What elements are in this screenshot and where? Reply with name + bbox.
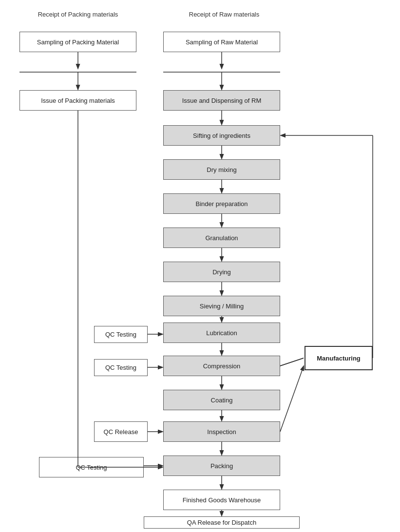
svg-line-32 (280, 358, 304, 366)
qc-testing-3-box: QC Testing (39, 457, 144, 477)
svg-line-31 (280, 366, 304, 432)
drying-box: Drying (163, 262, 280, 282)
qc-testing-1-box: QC Testing (94, 326, 148, 343)
svg-line-30 (280, 358, 304, 366)
binder-prep-box: Binder preparation (163, 193, 280, 214)
packing-box: Packing (163, 456, 280, 476)
qc-release-box: QC Release (94, 421, 148, 442)
inspection-box: Inspection (163, 421, 280, 442)
manufacturing-box: Manufacturing (305, 346, 373, 370)
coating-box: Coating (163, 390, 280, 410)
dry-mixing-box: Dry mixing (163, 159, 280, 180)
sieving-box: Sieving / Milling (163, 296, 280, 316)
sampling-packing-box: Sampling of Packing Material (19, 32, 136, 52)
issue-packing-box: Issue of Packing materials (19, 90, 136, 111)
sampling-raw-box: Sampling of Raw Material (163, 32, 280, 52)
finished-goods-box: Finished Goods Warehouse (163, 490, 280, 510)
sifting-box: Sifting of ingredients (163, 125, 280, 146)
qc-testing-2-box: QC Testing (94, 359, 148, 376)
lubrication-box: Lubrication (163, 323, 280, 343)
svg-line-29 (281, 358, 305, 432)
compression-box: Compression (163, 356, 280, 376)
qa-release-box: QA Release for Dispatch (144, 516, 300, 529)
diagram-container: Receipt of Packing materials Receipt of … (0, 0, 400, 532)
receipt-packing-label: Receipt of Packing materials (19, 11, 136, 18)
issue-dispensing-box: Issue and Dispensing of RM (163, 90, 280, 111)
svg-line-33 (280, 366, 304, 432)
granulation-box: Granulation (163, 228, 280, 248)
receipt-raw-label: Receipt of Raw materials (166, 11, 283, 18)
